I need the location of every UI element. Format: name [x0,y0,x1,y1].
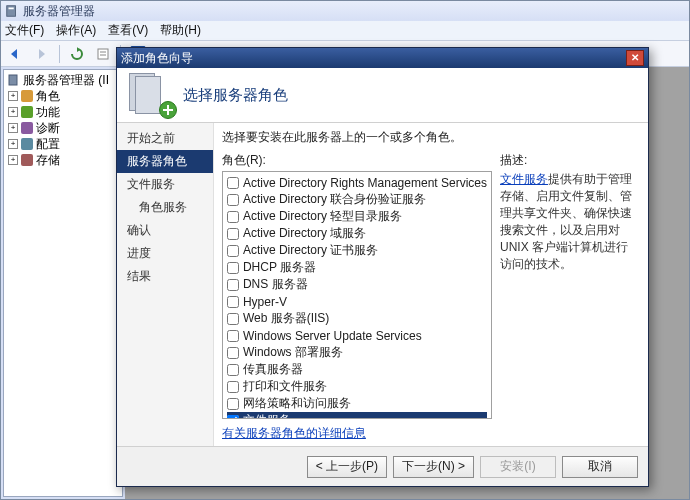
role-label: Active Directory 域服务 [243,225,366,242]
tree-node[interactable]: +配置 [4,136,122,152]
tree-node[interactable]: +功能 [4,104,122,120]
role-row[interactable]: Active Directory Rights Management Servi… [227,174,487,191]
back-button[interactable] [5,44,27,64]
description-body: 提供有助于管理存储、启用文件复制、管理共享文件夹、确保快速搜索文件，以及启用对 … [500,172,632,271]
role-label: Active Directory 证书服务 [243,242,378,259]
expand-toggle-icon[interactable]: + [8,155,18,165]
tree-node-icon [21,106,33,118]
role-row[interactable]: Web 服务器(IIS) [227,310,487,327]
roles-list[interactable]: Active Directory Rights Management Servi… [222,171,492,419]
role-row[interactable]: Active Directory 域服务 [227,225,487,242]
tree-root[interactable]: 服务器管理器 (II [4,72,122,88]
role-checkbox[interactable] [227,398,239,410]
wizard-title-text: 添加角色向导 [121,50,626,67]
menu-bar: 文件(F) 操作(A) 查看(V) 帮助(H) [1,21,689,41]
expand-toggle-icon[interactable]: + [8,139,18,149]
role-checkbox[interactable] [227,347,239,359]
role-row[interactable]: Windows Server Update Services [227,327,487,344]
expand-toggle-icon[interactable]: + [8,91,18,101]
nav-role-services[interactable]: 角色服务 [117,196,213,219]
svg-rect-0 [7,6,16,17]
menu-help[interactable]: 帮助(H) [160,22,201,39]
role-label: DNS 服务器 [243,276,308,293]
next-button[interactable]: 下一步(N) > [393,456,474,478]
nav-progress[interactable]: 进度 [117,242,213,265]
role-label: 文件服务 [243,412,291,419]
expand-toggle-icon[interactable]: + [8,123,18,133]
role-checkbox[interactable] [227,415,239,420]
nav-file-services[interactable]: 文件服务 [117,173,213,196]
svg-rect-5 [9,75,17,85]
refresh-icon [70,47,84,61]
tree-node-label: 功能 [36,104,60,121]
role-row[interactable]: DHCP 服务器 [227,259,487,276]
wizard-footer: < 上一步(P) 下一步(N) > 安装(I) 取消 [117,446,648,486]
menu-file[interactable]: 文件(F) [5,22,44,39]
role-checkbox[interactable] [227,262,239,274]
refresh-button[interactable] [66,44,88,64]
wizard-main: 选择要安装在此服务器上的一个或多个角色。 角色(R): Active Direc… [214,123,648,446]
menu-action[interactable]: 操作(A) [56,22,96,39]
plus-badge-icon [159,101,177,119]
more-info-link[interactable]: 有关服务器角色的详细信息 [222,425,492,442]
role-checkbox[interactable] [227,296,239,308]
properties-button[interactable] [92,44,114,64]
roles-column: 角色(R): Active Directory Rights Managemen… [222,152,492,442]
role-row[interactable]: Active Directory 轻型目录服务 [227,208,487,225]
role-label: Windows 部署服务 [243,344,343,361]
menu-view[interactable]: 查看(V) [108,22,148,39]
role-row[interactable]: 打印和文件服务 [227,378,487,395]
role-row[interactable]: 网络策略和访问服务 [227,395,487,412]
role-row[interactable]: Active Directory 联合身份验证服务 [227,191,487,208]
role-label: Active Directory 联合身份验证服务 [243,191,426,208]
role-checkbox[interactable] [227,194,239,206]
nav-confirm[interactable]: 确认 [117,219,213,242]
role-row[interactable]: DNS 服务器 [227,276,487,293]
description-link[interactable]: 文件服务 [500,172,548,186]
role-label: Hyper-V [243,295,287,309]
role-row[interactable]: Hyper-V [227,293,487,310]
role-checkbox[interactable] [227,364,239,376]
cancel-button[interactable]: 取消 [562,456,638,478]
role-row[interactable]: 传真服务器 [227,361,487,378]
close-button[interactable]: ✕ [626,50,644,66]
role-checkbox[interactable] [227,245,239,257]
description-label: 描述: [500,152,638,169]
role-row[interactable]: Windows 部署服务 [227,344,487,361]
role-checkbox[interactable] [227,279,239,291]
role-checkbox[interactable] [227,177,239,189]
role-row[interactable]: Active Directory 证书服务 [227,242,487,259]
expand-toggle-icon[interactable]: + [8,107,18,117]
arrow-left-icon [9,48,23,60]
tree-pane[interactable]: 服务器管理器 (II +角色+功能+诊断+配置+存储 [3,69,123,497]
role-checkbox[interactable] [227,228,239,240]
wizard-titlebar[interactable]: 添加角色向导 ✕ [117,48,648,68]
role-row[interactable]: 文件服务 [227,412,487,419]
main-title-text: 服务器管理器 [23,3,95,20]
tree-node[interactable]: +诊断 [4,120,122,136]
role-label: Active Directory 轻型目录服务 [243,208,402,225]
role-checkbox[interactable] [227,330,239,342]
tree-node-label: 配置 [36,136,60,153]
role-checkbox[interactable] [227,381,239,393]
role-label: 网络策略和访问服务 [243,395,351,412]
wizard-header-title: 选择服务器角色 [183,86,288,105]
prev-button[interactable]: < 上一步(P) [307,456,387,478]
svg-rect-1 [9,8,14,10]
forward-button[interactable] [31,44,53,64]
role-label: Windows Server Update Services [243,329,422,343]
svg-rect-2 [98,49,108,59]
tree-node[interactable]: +角色 [4,88,122,104]
tree-node[interactable]: +存储 [4,152,122,168]
nav-before-begin[interactable]: 开始之前 [117,127,213,150]
wizard-header-icon [129,73,173,117]
main-titlebar: 服务器管理器 [1,1,689,21]
add-roles-wizard: 添加角色向导 ✕ 选择服务器角色 开始之前 服务器角色 文件服务 角色服务 确认… [116,47,649,487]
nav-results[interactable]: 结果 [117,265,213,288]
role-checkbox[interactable] [227,211,239,223]
role-label: 传真服务器 [243,361,303,378]
nav-server-roles[interactable]: 服务器角色 [117,150,213,173]
role-checkbox[interactable] [227,313,239,325]
tree-node-icon [21,122,33,134]
description-text: 文件服务提供有助于管理存储、启用文件复制、管理共享文件夹、确保快速搜索文件，以及… [500,171,638,273]
